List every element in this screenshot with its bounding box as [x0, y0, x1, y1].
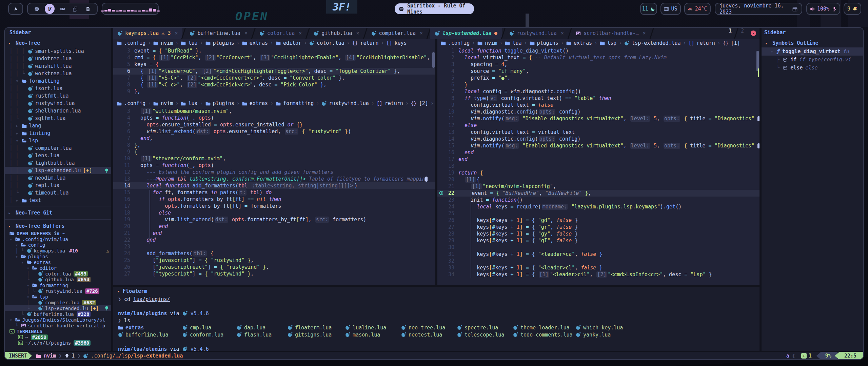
outline-item[interactable]: └ elseelse — [762, 64, 863, 72]
browser-app-button[interactable] — [32, 4, 42, 14]
tree-item[interactable]: │ ▾ lsp — [5, 137, 111, 144]
code-line[interactable]: 34 keys[#keys + 1] = { [1]"<leader>cil",… — [437, 271, 760, 278]
tab-page-current[interactable]: 1 — [725, 28, 735, 39]
tab-close-icon[interactable]: × — [299, 30, 302, 36]
outline-item[interactable]: ▾ ƒtoggle_diag_virtextfu — [762, 47, 863, 56]
neovim-app-button[interactable]: V — [45, 4, 55, 14]
code-line[interactable]: 16 if opts.formatters_by_ft[ft] == nil t… — [113, 196, 435, 203]
tree-item[interactable]: │ │ rustywind.lua — [5, 100, 111, 107]
code-line[interactable]: 7 local config = vim.diagnostic.config() — [437, 88, 760, 95]
code-line[interactable]: 15 vim.notify(msg: "Enabled diagnostics … — [437, 142, 760, 149]
tree-item[interactable]: ▾ plugins — [5, 253, 111, 259]
tabbar-close-button[interactable]: × — [751, 30, 756, 36]
code-line[interactable]: 21 [1]"neovim/nvim-lspconfig", — [437, 183, 760, 190]
tree-item[interactable]: │ │ lens.lua — [5, 152, 111, 159]
code-line[interactable]: 28 keys[#keys + 1] = { "gy", false } — [437, 230, 760, 237]
tree-item[interactable]: │ └ rustywind.lua#726 — [5, 288, 111, 294]
code-line[interactable]: 19return { — [437, 169, 760, 176]
code-line[interactable]: 20 [1]{ — [437, 176, 760, 183]
code-line[interactable]: 31 keys[#keys + 1] = { "<leader>ca", fal… — [437, 251, 760, 258]
tree-item[interactable]: │ │ rustfmt.lua — [5, 92, 111, 100]
section-neo-tree-git[interactable]: ▸Neo-Tree Git — [5, 208, 111, 217]
code-line[interactable]: 4 opts = function(_, opts) — [113, 115, 435, 121]
code-line[interactable]: 18 else — [113, 209, 435, 216]
tree-item[interactable]: │ │ compiler.lua — [5, 144, 111, 152]
tree-item[interactable]: │ ▾ formatting — [5, 77, 111, 85]
code-line[interactable]: 20 end — [113, 223, 435, 230]
tree-item[interactable]: ▾ Juegos/Indies/SteamLibrary/st — [5, 317, 111, 323]
tab-close-icon[interactable]: × — [244, 30, 248, 36]
code-line[interactable]: 29 keys[#keys + 1] = { "gI", false } — [437, 237, 760, 244]
tab-compiler-lua[interactable]: compiler.lua× — [367, 28, 428, 39]
code-line[interactable]: 9{ — [113, 148, 435, 155]
section-neo-tree-buffers[interactable]: ▾Neo-Tree Buffers — [5, 222, 111, 230]
code-line[interactable]: 6 vim.list_extend(dst: opts.ensure_insta… — [113, 128, 435, 135]
tree-item[interactable]: │ ▸ linting — [5, 129, 111, 137]
code-line[interactable]: 3 [1]"williamboman/mason.nvim", — [113, 108, 435, 115]
code-line[interactable]: 17 opts.formatters_by_ft[ft] = formatter… — [113, 203, 435, 209]
notifications-widget[interactable]: 9 — [844, 3, 861, 15]
tree-item[interactable]: │ │ shellharden.lua — [5, 107, 111, 115]
code-line[interactable]: 9}, — [113, 88, 435, 95]
tree-item[interactable]: ~/.c/n/l/plugins#3980 — [5, 340, 111, 346]
code-line[interactable]: 11 opts = function(_, opts) — [113, 162, 435, 169]
code-line[interactable]: 7 end, — [113, 135, 435, 142]
tree-item[interactable]: │ └ keymaps.lua#10⚠ — [5, 248, 111, 253]
code-line[interactable]: 27 keys[#keys + 1] = { "gr", false } — [437, 224, 760, 230]
code-line[interactable]: 33 keys[#keys + 1] = { "<leader>cl", fal… — [437, 264, 760, 271]
code-line[interactable]: 13 config.virtual_text = virtual_text — [437, 129, 760, 136]
code-line[interactable]: 30 — [437, 244, 760, 251]
tree-item[interactable]: │ │ isort.lua — [5, 85, 111, 92]
code-line[interactable]: 8 { [1]"<C-c>", [2]"<cmd>CccPick<cr>", d… — [113, 81, 435, 88]
code-line[interactable]: 17end — [437, 156, 760, 163]
clock-widget[interactable]: 11 — [640, 3, 657, 15]
tab-close-icon[interactable]: × — [561, 30, 564, 36]
tab-close-icon[interactable]: × — [643, 30, 646, 36]
tree-item[interactable]: │ │ │ winshift.lua — [5, 62, 111, 70]
tree-item[interactable]: │ └ sqlfmt.lua — [5, 115, 111, 122]
tree-item[interactable]: │ │ lsp-extended.lu[+] — [5, 167, 111, 174]
tree-item[interactable]: │ │ lightbulb.lua — [5, 159, 111, 167]
section-neo-tree[interactable]: ▾Neo-Tree — [5, 39, 111, 47]
outline-item[interactable]: ├ ifif type(config.vi — [762, 56, 863, 64]
tree-item[interactable]: ~#2859 — [5, 334, 111, 340]
code-line[interactable]: 24 local keys = require(modname: "lazyvi… — [437, 203, 760, 210]
tree-item[interactable]: │ │ neodim.lua — [5, 174, 111, 182]
tree-item[interactable]: ▾ extras — [5, 259, 111, 265]
tree-item[interactable]: TERMINALS — [5, 328, 111, 334]
tree-item[interactable]: │ │ repl.lua — [5, 182, 111, 189]
code-line[interactable]: 8 if type(v: config.virtual_text) == "ta… — [437, 95, 760, 102]
code-line[interactable]: 26 ["javascriptreact"] = { "rustywind" }… — [113, 264, 435, 270]
code-line[interactable]: 23 — [113, 243, 435, 250]
tree-item[interactable]: ▾ config — [5, 242, 111, 248]
tab-page-other[interactable]: 2 — [737, 28, 747, 39]
tree-item[interactable]: ▾ lsp — [5, 294, 111, 300]
code-line[interactable]: 12 --- Extend the conform plugin config … — [113, 169, 435, 176]
tree-item[interactable]: └ lsp-extended.lu[+] — [5, 305, 111, 311]
media-player-widget[interactable]: Spiritbox - Rule Of Nines — [395, 3, 474, 14]
tab-close-icon[interactable]: × — [356, 30, 359, 36]
code-line[interactable]: 14 vim.diagnostic.config(opts: config) — [437, 136, 760, 142]
code-line[interactable]: 2 local virtual_text = { -- Default virt… — [437, 54, 760, 61]
tree-item[interactable]: │ ▸ test — [5, 197, 111, 204]
files-app-button[interactable] — [70, 4, 80, 14]
tree-item[interactable]: └ bufferline.lua#328 — [5, 311, 111, 317]
code-line[interactable]: 5keys = { — [113, 61, 435, 68]
code-line[interactable]: 25 — [437, 210, 760, 217]
tree-item[interactable]: ▾ editor — [5, 265, 111, 271]
code-line[interactable]: 10 [1]"stevearc/conform.nvim", — [113, 155, 435, 162]
code-line[interactable]: 5 opts.ensure_installed = opts.ensure_in… — [113, 121, 435, 128]
code-line[interactable]: 19 vim.list_extend(dst: opts.formatters_… — [113, 216, 435, 223]
code-line[interactable]: 10 vim.diagnostic.config(opts: config) — [437, 108, 760, 115]
tab-github-lua[interactable]: github.lua× — [309, 28, 364, 39]
tree-item[interactable]: │ compiler.lua#682 — [5, 300, 111, 305]
code-line[interactable]: 7 { [1]"<S-C>", [2]"<cmd>CccConvert<cr>"… — [113, 75, 435, 81]
code-line[interactable]: 25 ["javascript"] = { "rustywind" }, — [113, 257, 435, 264]
code-line[interactable]: 9 config.virtual_text = false — [437, 102, 760, 108]
tree-item[interactable]: ▾ formatting — [5, 282, 111, 288]
code-line[interactable]: 13 ---@param tbl table<string, conform.F… — [113, 176, 435, 182]
code-line[interactable]: 22 end — [113, 237, 435, 243]
floaterm-header[interactable]: ▾Floaterm — [113, 287, 760, 296]
date-widget[interactable]: jueves, noviembre 16, 2023 — [715, 3, 802, 15]
tree-item[interactable]: └ github.lua#654 — [5, 277, 111, 282]
